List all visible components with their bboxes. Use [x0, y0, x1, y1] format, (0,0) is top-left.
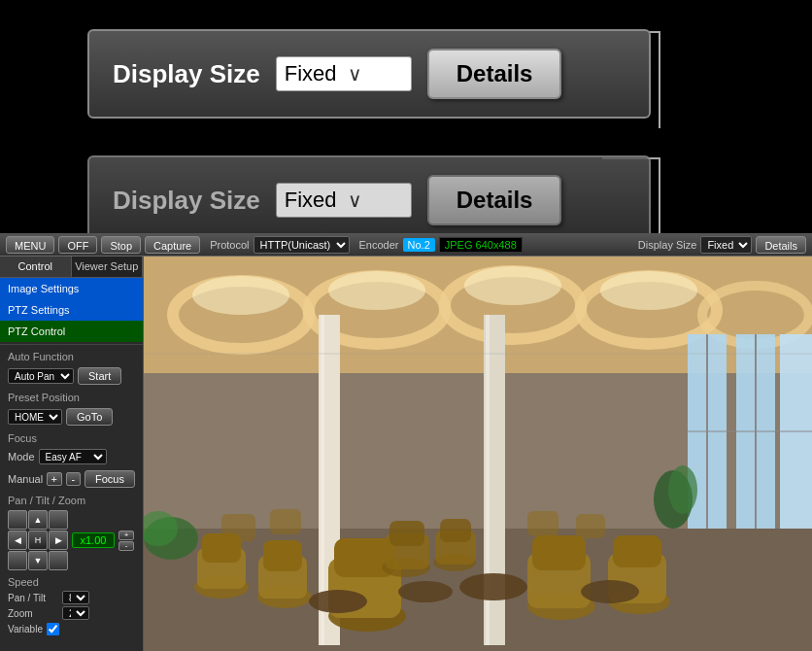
ptz-up-left[interactable] [8, 510, 27, 530]
preset-position-row: HOME GoTo [0, 405, 143, 428]
ptz-up[interactable]: ▲ [28, 510, 48, 530]
preset-position-title: Preset Position [0, 388, 143, 405]
svg-point-18 [668, 465, 697, 514]
svg-point-34 [309, 590, 367, 613]
panel-tabs: Control Viewer Setup [0, 257, 143, 278]
chevron-down-icon-mid: ∨ [348, 188, 403, 212]
ptz-left[interactable]: ◀ [8, 531, 27, 550]
svg-rect-30 [263, 540, 302, 571]
focus-manual-row: Manual + - Focus [0, 467, 143, 491]
display-size-dialog-mid: Display Size Fixed ∨ Details [87, 155, 651, 245]
focus-plus-btn[interactable]: + [47, 472, 61, 486]
zoom-speed-label: Zoom [8, 608, 58, 619]
details-toolbar-button[interactable]: Details [756, 236, 806, 254]
svg-rect-37 [532, 535, 586, 570]
stop-button[interactable]: Stop [101, 236, 141, 254]
auto-function-select[interactable]: Auto Pan [8, 368, 74, 384]
encoder-badge: No.2 [403, 238, 435, 252]
capture-button[interactable]: Capture [145, 236, 200, 254]
goto-button[interactable]: GoTo [66, 408, 113, 426]
focus-manual-label: Manual [8, 473, 43, 485]
focus-mode-label: Mode [8, 451, 35, 463]
focus-minus-btn[interactable]: - [66, 472, 81, 486]
ptz-pad: ▲ ◀ H ▶ ▼ [8, 510, 68, 570]
svg-point-49 [581, 580, 639, 603]
svg-point-47 [459, 573, 527, 600]
zoom-speed-row: Zoom 2 [0, 605, 143, 621]
svg-rect-43 [389, 521, 424, 546]
focus-mode-row: Mode Easy AF [0, 446, 143, 467]
svg-rect-40 [613, 535, 661, 567]
display-size-select-top[interactable]: Fixed ∨ [276, 56, 412, 91]
protocol-label: Protocol [210, 239, 249, 251]
display-size-label-top: Display Size [113, 59, 260, 89]
chevron-down-icon-top: ∨ [348, 62, 403, 86]
tab-control[interactable]: Control [0, 257, 72, 277]
ptz-down-left[interactable] [8, 551, 27, 570]
display-size-toolbar-select[interactable]: Fixed [700, 236, 752, 254]
display-size-select-mid[interactable]: Fixed ∨ [276, 183, 412, 218]
pan-tilt-speed-row: Pan / Tilt 8 [0, 590, 143, 605]
encoder-label: Encoder [359, 239, 399, 251]
zoom-value-input[interactable] [72, 532, 115, 548]
camera-view [144, 257, 812, 651]
auto-function-row: Auto Pan Start [0, 364, 143, 388]
zoom-buttons: + - [118, 531, 134, 551]
variable-row: Variable [0, 621, 143, 637]
start-button[interactable]: Start [78, 367, 121, 385]
svg-rect-46 [440, 519, 471, 542]
nav-ptz-settings[interactable]: PTZ Settings [0, 299, 143, 321]
svg-rect-52 [527, 511, 558, 536]
divider-1 [0, 344, 143, 345]
nav-ptz-control[interactable]: PTZ Control [0, 321, 143, 342]
svg-rect-53 [576, 514, 605, 538]
tab-viewer-setup[interactable]: Viewer Setup [72, 257, 144, 277]
nav-image-settings[interactable]: Image Settings [0, 278, 143, 299]
focus-button[interactable]: Focus [85, 470, 135, 488]
ptz-up-right[interactable] [49, 510, 68, 530]
svg-point-9 [464, 266, 561, 305]
main-toolbar: MENU OFF Stop Capture Protocol HTTP(Unic… [0, 233, 812, 257]
svg-point-10 [600, 271, 697, 310]
display-size-dialog-top: Display Size Fixed ∨ Details [87, 29, 651, 119]
ptz-down[interactable]: ▼ [28, 551, 48, 570]
zoom-minus-btn[interactable]: - [118, 541, 134, 551]
svg-point-8 [328, 271, 425, 310]
details-button-mid[interactable]: Details [427, 175, 562, 225]
zoom-speed-select[interactable]: 2 [62, 606, 89, 620]
zoom-plus-btn[interactable]: + [118, 531, 134, 540]
display-size-label-mid: Display Size [113, 186, 260, 216]
off-button[interactable]: OFF [58, 236, 97, 254]
room-scene-svg [144, 257, 812, 651]
pan-tilt-speed-select[interactable]: 8 [62, 591, 89, 604]
pan-tilt-speed-label: Pan / Tilt [8, 593, 58, 603]
protocol-select[interactable]: HTTP(Unicast) [254, 236, 350, 254]
ptz-down-right[interactable] [49, 551, 68, 570]
svg-rect-50 [221, 514, 255, 541]
ptz-controls: ▲ ◀ H ▶ ▼ + - [0, 508, 143, 572]
variable-label: Variable [8, 624, 43, 634]
focus-title: Focus [0, 428, 143, 446]
left-panel: Control Viewer Setup Image Settings PTZ … [0, 257, 144, 651]
ptz-right[interactable]: ▶ [49, 531, 68, 550]
svg-point-7 [192, 276, 289, 315]
svg-rect-51 [270, 509, 301, 534]
display-size-toolbar-label: Display Size [638, 239, 697, 251]
speed-title: Speed [0, 572, 143, 590]
preset-select[interactable]: HOME [8, 409, 62, 425]
svg-point-48 [398, 581, 453, 602]
ptz-home[interactable]: H [28, 531, 48, 550]
jpeg-info: JPEG 640x488 [439, 237, 523, 253]
menu-button[interactable]: MENU [6, 236, 54, 254]
auto-function-title: Auto Function [0, 347, 143, 364]
variable-checkbox[interactable] [47, 623, 59, 635]
ptz-section-title: Pan / Tilt / Zoom [0, 491, 143, 508]
main-content: Control Viewer Setup Image Settings PTZ … [0, 257, 812, 651]
focus-mode-select[interactable]: Easy AF [39, 449, 107, 464]
details-button-top[interactable]: Details [427, 49, 562, 99]
